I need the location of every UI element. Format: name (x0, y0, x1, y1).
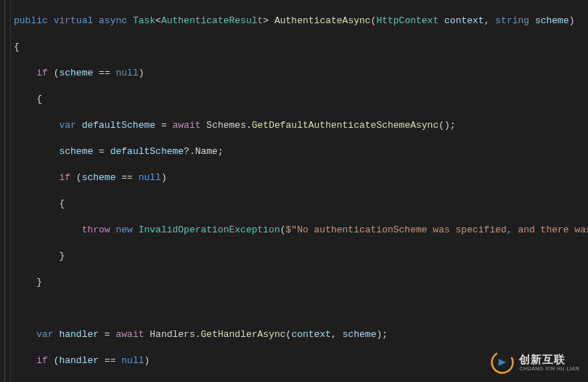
logo-icon (490, 350, 515, 375)
code-line: if (scheme == null) (14, 67, 588, 80)
code-line: } (14, 250, 588, 263)
editor-gutter (0, 0, 11, 382)
code-line: } (14, 276, 588, 289)
code-line: { (14, 198, 588, 211)
code-editor: public virtual async Task<AuthenticateRe… (0, 0, 588, 382)
code-line: scheme = defaultScheme?.Name; (14, 145, 588, 158)
code-line (14, 302, 588, 315)
code-line: { (14, 41, 588, 54)
logo-text-en: CHUANG XIN HU LIAN (519, 366, 579, 371)
logo-text-cn: 创新互联 (519, 354, 579, 365)
watermark-logo: 创新互联 CHUANG XIN HU LIAN (490, 350, 579, 375)
code-line: var defaultScheme = await Schemes.GetDef… (14, 119, 588, 132)
code-line: var handler = await Handlers.GetHandlerA… (14, 328, 588, 341)
code-line: public virtual async Task<AuthenticateRe… (14, 15, 588, 28)
code-area[interactable]: public virtual async Task<AuthenticateRe… (11, 0, 588, 382)
code-line: { (14, 93, 588, 106)
code-line: if (scheme == null) (14, 171, 588, 184)
code-line: throw new InvalidOperationException($"No… (14, 224, 588, 237)
